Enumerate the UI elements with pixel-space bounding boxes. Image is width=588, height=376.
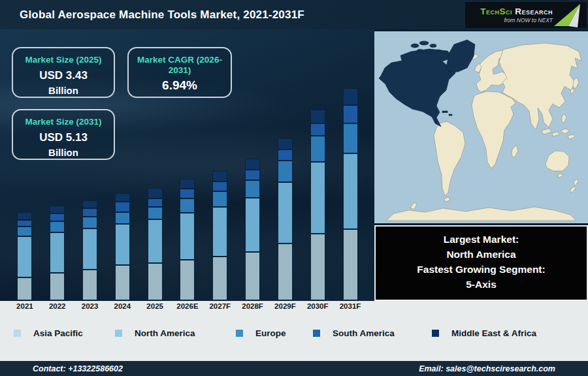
bar-segment (180, 260, 195, 300)
x-axis-label: 2027F (204, 302, 237, 310)
bar-segment (50, 273, 65, 300)
bar-column-2024 (106, 81, 139, 300)
bar-segment (148, 219, 163, 263)
bottom-strip: 202120222023202420252026E2027F2028F2029F… (0, 301, 588, 361)
stacked-bar-2029F (278, 138, 293, 300)
bar-segment (50, 206, 65, 213)
callout-fastest-segment-value: 5-Axis (376, 277, 587, 292)
bar-segment (310, 110, 325, 123)
footer-contact: Contact: +13322586602 (33, 364, 123, 373)
bar-segment (17, 227, 32, 236)
x-axis-label: 2025 (139, 302, 171, 310)
bar-segment (343, 105, 358, 123)
stacked-bar-2030F (310, 110, 325, 300)
bar-segment (148, 198, 163, 207)
bar-segment (82, 208, 97, 217)
bar-segment (343, 88, 358, 105)
x-axis-label: 2028F (237, 302, 269, 310)
bar-column-2023 (74, 81, 106, 300)
legend-label: Asia Pacific (33, 328, 83, 338)
legend-label: Middle East & Africa (451, 328, 536, 338)
legend-item: Europe (236, 328, 286, 338)
bar-segment (180, 179, 195, 189)
logo-brand-primary: TechSci (480, 7, 512, 16)
bar-column-2021 (8, 81, 41, 300)
bar-segment (180, 198, 195, 213)
callout-largest-market-value: North America (376, 247, 587, 262)
logo-arrow-icon (553, 3, 583, 29)
bar-column-2030F (301, 81, 334, 300)
stacked-bar-2025 (148, 188, 163, 300)
bar-segment (278, 138, 293, 149)
bar-segment (212, 207, 227, 257)
bar-segment (212, 171, 227, 181)
legend-swatch (432, 330, 439, 337)
header-bar: Global Aerospace Machine Tools Market, 2… (0, 0, 588, 29)
stacked-bar-2031F (343, 88, 358, 300)
page-title: Global Aerospace Machine Tools Market, 2… (20, 8, 304, 22)
x-axis-label: 2026E (171, 302, 204, 310)
bar-segment (278, 243, 293, 300)
callout-fastest-segment-label: Fastest Growing Segment: (376, 262, 587, 277)
x-axis-label: 2031F (334, 302, 367, 310)
stacked-bar-2027F (212, 171, 227, 300)
bar-segment (310, 162, 325, 234)
x-axis-labels: 202120222023202420252026E2027F2028F2029F… (8, 302, 367, 310)
bar-segment (148, 207, 163, 219)
legend-label: North America (135, 328, 195, 338)
bar-segment (310, 234, 325, 300)
market-cagr-label: Market CAGR (2026-2031) (129, 55, 231, 76)
bar-segment (245, 180, 260, 198)
bar-segment (17, 236, 32, 277)
chart-legend: Asia PacificNorth AmericaEuropeSouth Ame… (0, 328, 588, 341)
bar-segment (180, 189, 195, 198)
bars-row (8, 81, 367, 300)
legend-swatch (14, 330, 21, 337)
bar-segment (278, 182, 293, 243)
bar-segment (310, 123, 325, 136)
x-axis-label: 2021 (8, 302, 41, 310)
bar-segment (17, 277, 32, 300)
bar-column-2026E (171, 81, 204, 300)
chart-area: Market Size (2025) USD 3.43 Billion Mark… (0, 29, 374, 301)
bar-segment (310, 136, 325, 162)
bar-column-2022 (41, 81, 74, 300)
techsci-logo: TechSci Research from NOW to NEXT (465, 2, 587, 28)
legend-item: South America (313, 328, 395, 338)
footer-email: Email: sales@techsciresearch.com (419, 364, 555, 373)
legend-swatch (313, 330, 320, 337)
bar-segment (115, 265, 130, 300)
bar-column-2027F (204, 81, 237, 300)
bar-segment (212, 257, 227, 300)
bar-segment (245, 170, 260, 180)
bar-segment (212, 181, 227, 191)
market-size-2025-label: Market Size (2025) (13, 55, 114, 65)
world-map (374, 31, 588, 223)
legend-label: South America (333, 328, 395, 338)
bar-segment (82, 200, 97, 208)
stacked-bar-2028F (245, 159, 260, 300)
stacked-bar-2022 (50, 206, 65, 300)
bar-column-2029F (269, 81, 302, 300)
x-axis-label: 2030F (301, 302, 334, 310)
bar-segment (82, 228, 97, 270)
stacked-bar-2021 (17, 212, 32, 300)
legend-label: Europe (255, 328, 286, 338)
bar-segment (180, 213, 195, 260)
bar-segment (82, 270, 97, 300)
market-size-2025-value: USD 3.43 (13, 69, 114, 82)
bar-segment (245, 252, 260, 300)
bar-segment (115, 202, 130, 212)
stacked-bar-2024 (115, 193, 130, 300)
stacked-bar-2023 (82, 200, 97, 300)
bar-column-2031F (334, 81, 367, 300)
infographic-poster: Global Aerospace Machine Tools Market, 2… (0, 0, 588, 376)
bar-segment (50, 221, 65, 232)
bar-segment (115, 212, 130, 224)
legend-item: North America (115, 328, 195, 338)
bar-segment (50, 213, 65, 221)
bar-segment (343, 153, 358, 229)
bar-segment (245, 198, 260, 252)
bar-segment (148, 188, 163, 198)
x-axis-label: 2024 (106, 302, 139, 310)
